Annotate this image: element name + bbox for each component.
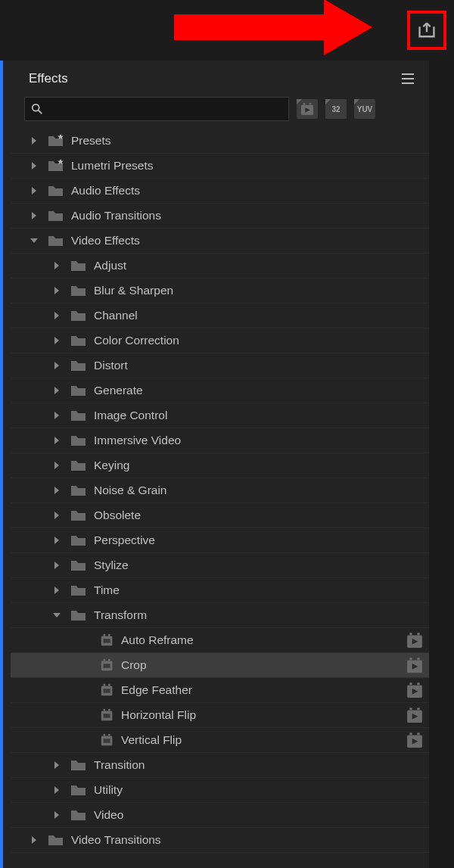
disclosure-down-icon[interactable] xyxy=(30,236,39,245)
disclosure-right-icon[interactable] xyxy=(53,261,62,270)
filter-accelerated-button[interactable] xyxy=(297,99,318,119)
search-input[interactable] xyxy=(49,103,282,115)
tree-row-label: Crop xyxy=(121,658,406,672)
folder-icon xyxy=(70,259,88,272)
search-box[interactable] xyxy=(24,97,289,121)
tree-row[interactable]: Audio Effects xyxy=(11,179,429,204)
tree-row[interactable]: Audio Transitions xyxy=(11,204,429,229)
tree-row[interactable]: Noise & Grain xyxy=(11,478,429,503)
app-top-bar xyxy=(0,0,454,61)
disclosure-right-icon[interactable] xyxy=(53,761,62,770)
disclosure-right-icon[interactable] xyxy=(53,311,62,320)
disclosure-right-icon[interactable] xyxy=(53,361,62,370)
tree-row[interactable]: Edge Feather xyxy=(11,678,429,703)
tree-row-label: Immersive Video xyxy=(94,434,423,447)
tree-row[interactable]: Distort xyxy=(11,353,429,378)
panel-menu-button[interactable] xyxy=(400,71,415,86)
tree-row-label: Transform xyxy=(94,608,423,622)
disclosure-right-icon[interactable] xyxy=(53,586,62,595)
disclosure-right-icon[interactable] xyxy=(53,511,62,520)
tree-row-label: Obsolete xyxy=(94,509,423,522)
quick-export-button[interactable] xyxy=(407,11,446,50)
tree-row[interactable]: Image Control xyxy=(11,403,429,428)
effect-icon xyxy=(100,733,115,747)
tree-row[interactable]: Time xyxy=(11,578,429,603)
tree-row-label: Horizontal Flip xyxy=(121,708,406,722)
disclosure-right-icon[interactable] xyxy=(30,835,39,845)
accel-icon xyxy=(300,103,314,115)
folder-icon xyxy=(70,808,88,822)
tree-row[interactable]: Vertical Flip xyxy=(11,728,429,753)
folder-icon xyxy=(70,583,88,597)
effect-icon xyxy=(100,633,115,647)
disclosure-right-icon[interactable] xyxy=(30,211,39,220)
disclosure-down-icon[interactable] xyxy=(53,611,62,620)
accelerated-badge-icon xyxy=(406,733,423,748)
folder-icon xyxy=(70,534,88,547)
disclosure-right-icon[interactable] xyxy=(53,436,62,445)
tree-row[interactable]: Presets xyxy=(11,129,429,154)
tree-row[interactable]: Lumetri Presets xyxy=(11,154,429,179)
folder-icon xyxy=(70,284,88,297)
annotation-arrow xyxy=(174,4,401,51)
folder-icon xyxy=(70,409,88,422)
tree-row[interactable]: Channel xyxy=(11,303,429,328)
tree-row-label: Adjust xyxy=(94,259,423,272)
tree-row-label: Edge Feather xyxy=(121,683,406,697)
tree-row[interactable]: Immersive Video xyxy=(11,428,429,453)
tree-row[interactable]: Perspective xyxy=(11,528,429,553)
accelerated-badge-icon xyxy=(406,683,423,698)
disclosure-right-icon[interactable] xyxy=(53,810,62,820)
tree-row[interactable]: Crop xyxy=(11,653,429,678)
disclosure-right-icon[interactable] xyxy=(30,161,39,170)
disclosure-right-icon[interactable] xyxy=(53,786,62,795)
tree-row[interactable]: Blur & Sharpen xyxy=(11,278,429,303)
tree-row[interactable]: Adjust xyxy=(11,254,429,278)
tree-row-label: Keying xyxy=(94,459,423,472)
disclosure-right-icon[interactable] xyxy=(53,461,62,470)
tree-row-label: Presets xyxy=(71,134,423,148)
tree-row-label: Time xyxy=(94,583,423,597)
folder-icon xyxy=(70,783,88,797)
disclosure-right-icon[interactable] xyxy=(53,386,62,395)
tree-row[interactable]: Video xyxy=(11,803,429,828)
tree-row[interactable]: Horizontal Flip xyxy=(11,703,429,728)
tree-row[interactable]: Utility xyxy=(11,778,429,803)
accelerated-badge-icon xyxy=(406,708,423,723)
tree-row[interactable]: Video Effects xyxy=(11,229,429,254)
filter-32bit-button[interactable]: 32 xyxy=(325,99,347,119)
disclosure-right-icon[interactable] xyxy=(53,561,62,570)
folder-icon xyxy=(47,209,65,222)
search-icon xyxy=(31,103,43,115)
disclosure-right-icon[interactable] xyxy=(53,411,62,420)
disclosure-right-icon[interactable] xyxy=(53,486,62,495)
disclosure-right-icon[interactable] xyxy=(30,136,39,145)
tree-row[interactable]: Obsolete xyxy=(11,503,429,528)
tree-row-label: Audio Effects xyxy=(71,184,423,198)
tree-row[interactable]: Generate xyxy=(11,378,429,403)
effects-tree: PresetsLumetri PresetsAudio EffectsAudio… xyxy=(6,129,429,853)
tree-row[interactable]: Transform xyxy=(11,603,429,628)
tree-row[interactable]: Color Correction xyxy=(11,328,429,353)
tree-row[interactable]: Stylize xyxy=(11,553,429,578)
panel-header: Effects xyxy=(6,61,429,97)
export-icon xyxy=(417,20,437,40)
folder-icon xyxy=(47,184,65,198)
filter-yuv-button[interactable]: YUV xyxy=(354,99,375,119)
tree-row[interactable]: Transition xyxy=(11,753,429,778)
disclosure-right-icon[interactable] xyxy=(53,286,62,295)
effect-icon xyxy=(100,683,115,697)
folder-icon xyxy=(47,234,65,247)
tree-row-label: Noise & Grain xyxy=(94,484,423,497)
tree-row[interactable]: Video Transitions xyxy=(11,828,429,853)
disclosure-right-icon[interactable] xyxy=(53,536,62,545)
effects-panel: Effects 32 YUV PresetsLumetri xyxy=(0,61,429,868)
folder-star-icon xyxy=(47,134,65,148)
search-row: 32 YUV xyxy=(6,97,429,129)
folder-icon xyxy=(47,833,65,847)
tree-row[interactable]: Keying xyxy=(11,453,429,478)
tree-row-label: Perspective xyxy=(94,534,423,547)
tree-row[interactable]: Auto Reframe xyxy=(11,628,429,653)
disclosure-right-icon[interactable] xyxy=(53,336,62,345)
disclosure-right-icon[interactable] xyxy=(30,186,39,195)
